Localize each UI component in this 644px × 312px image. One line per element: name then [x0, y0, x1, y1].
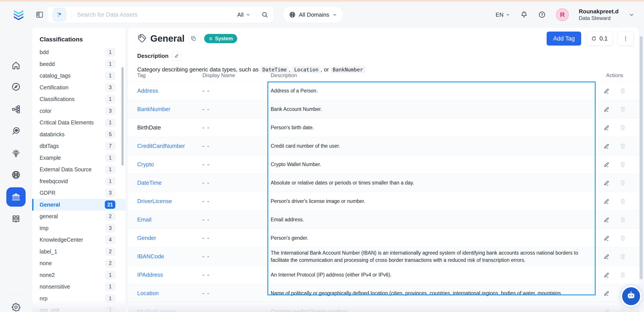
classification-item[interactable]: KnowledgeCenter 4: [32, 234, 126, 246]
search-input[interactable]: [77, 12, 237, 18]
workflow-icon[interactable]: [11, 104, 21, 114]
search-scope-dropdown[interactable]: All: [237, 12, 250, 18]
add-tag-button[interactable]: Add Tag: [546, 32, 582, 46]
pencil-icon[interactable]: [603, 124, 610, 131]
pencil-icon[interactable]: [603, 106, 610, 113]
table-row[interactable]: Gender - - Person's gender.: [128, 229, 639, 247]
classification-item[interactable]: bdd 1: [32, 47, 126, 58]
pencil-icon[interactable]: [172, 51, 181, 61]
magnifier-icon[interactable]: [261, 11, 268, 18]
classification-item[interactable]: beedd 1: [32, 58, 126, 70]
classification-item[interactable]: Certification 3: [32, 82, 126, 94]
tag-link[interactable]: IBANCode: [137, 253, 202, 260]
user-info[interactable]: Rounakpreet.d Data Steward: [579, 8, 618, 22]
panel-toggle-icon[interactable]: [36, 11, 44, 19]
trash-icon[interactable]: [620, 253, 626, 260]
table-row[interactable]: DateTime - - Absolute or relative dates …: [128, 174, 639, 192]
classification-item[interactable]: freebqcovid 1: [32, 176, 126, 187]
ai-sparkle-icon[interactable]: [53, 8, 66, 22]
gear-icon[interactable]: [11, 302, 21, 312]
table-row[interactable]: Email - - Email address.: [128, 210, 639, 229]
search-bar[interactable]: All: [47, 6, 274, 23]
classification-item[interactable]: GDPR 3: [32, 187, 126, 199]
tag-link[interactable]: Address: [137, 87, 202, 94]
pencil-icon[interactable]: [603, 290, 610, 297]
tag-link[interactable]: BirthDate: [137, 124, 202, 131]
classification-item[interactable]: General 21: [32, 199, 126, 211]
classification-item[interactable]: Classifications 1: [32, 93, 126, 105]
tag-link[interactable]: DateTime: [137, 180, 202, 186]
pencil-icon[interactable]: [603, 143, 610, 149]
domains-dropdown[interactable]: All Domains: [282, 6, 344, 23]
table-row[interactable]: DriverLicense - - Person's driver's lice…: [128, 192, 639, 210]
pencil-icon[interactable]: [603, 253, 610, 260]
pencil-icon[interactable]: [603, 198, 610, 205]
table-row[interactable]: BirthDate - - Person's birth date.: [128, 118, 639, 137]
classification-item[interactable]: label_1 2: [32, 246, 126, 258]
trash-icon[interactable]: [620, 198, 626, 205]
pencil-icon[interactable]: [603, 235, 610, 241]
version-button[interactable]: 0.1: [586, 32, 613, 46]
classification-item[interactable]: catalog_tags 1: [32, 70, 126, 82]
help-icon[interactable]: ?: [538, 11, 546, 19]
language-dropdown[interactable]: EN: [496, 12, 510, 18]
tag-link[interactable]: Gender: [137, 235, 202, 241]
pencil-icon[interactable]: [603, 272, 610, 278]
tag-link[interactable]: Location: [137, 290, 202, 297]
trash-icon[interactable]: [620, 124, 626, 131]
tag-link[interactable]: CreditCardNumber: [137, 143, 202, 149]
tag-link[interactable]: Crypto: [137, 161, 202, 168]
tag-link[interactable]: MedicalLicense: [137, 308, 202, 312]
table-row[interactable]: Crypto - - Crypto Wallet Number.: [128, 155, 639, 174]
chevron-down-icon[interactable]: [629, 12, 634, 18]
pencil-icon[interactable]: [603, 180, 610, 186]
classification-item[interactable]: nonsensitive 1: [32, 281, 126, 293]
chatbot-icon[interactable]: [622, 287, 640, 305]
table-row[interactable]: MedicalLicense Common medical license nu…: [128, 302, 639, 312]
pencil-icon[interactable]: [603, 88, 610, 94]
panel-scrollbar[interactable]: [122, 67, 124, 166]
trash-icon[interactable]: [620, 106, 626, 113]
tag-link[interactable]: DriverLicense: [137, 198, 202, 205]
table-row[interactable]: IPAddress - - An Internet Protocol (IP) …: [128, 265, 639, 284]
trash-icon[interactable]: [620, 272, 626, 278]
table-row[interactable]: Location - - Name of politically or geog…: [128, 284, 639, 302]
atlan-layers-logo[interactable]: [12, 8, 25, 22]
classification-item[interactable]: org_unit 1: [32, 304, 126, 312]
pencil-icon[interactable]: [603, 308, 610, 312]
classification-item[interactable]: dbtTags 7: [32, 140, 126, 152]
bank-icon[interactable]: [6, 187, 26, 207]
compass-icon[interactable]: [11, 82, 21, 92]
tag-link[interactable]: BankNumber: [137, 106, 202, 113]
classification-item[interactable]: Critical Data Elements 1: [32, 117, 126, 129]
globe-icon[interactable]: [11, 170, 21, 180]
table-row[interactable]: CreditCardNumber - - Credit card number …: [128, 137, 639, 155]
trash-icon[interactable]: [620, 143, 626, 149]
classification-item[interactable]: none 2: [32, 257, 126, 269]
trash-icon[interactable]: [620, 180, 626, 186]
avatar[interactable]: R: [556, 8, 569, 21]
bell-icon[interactable]: [520, 11, 528, 19]
lightbulb-icon[interactable]: [11, 149, 21, 159]
classification-item[interactable]: general 2: [32, 211, 126, 222]
pencil-icon[interactable]: [603, 161, 610, 168]
book-icon[interactable]: [11, 214, 21, 224]
trash-icon[interactable]: [620, 235, 626, 241]
classification-item[interactable]: databricks 5: [32, 129, 126, 140]
home-icon[interactable]: [11, 61, 21, 71]
trash-icon[interactable]: [620, 88, 626, 94]
classification-item[interactable]: color 3: [32, 105, 126, 117]
page-scrollbar[interactable]: [640, 36, 643, 279]
trash-icon[interactable]: [620, 161, 626, 168]
pencil-icon[interactable]: [603, 216, 610, 223]
kebab-menu-icon[interactable]: [618, 32, 634, 46]
classification-item[interactable]: External Data Source 1: [32, 164, 126, 176]
classification-item[interactable]: Example 1: [32, 152, 126, 164]
classification-item[interactable]: imp 3: [32, 222, 126, 234]
table-row[interactable]: BankNumber - - Bank Account Number.: [128, 100, 639, 118]
classification-item[interactable]: none2 1: [32, 269, 126, 281]
trash-icon[interactable]: [620, 216, 626, 223]
tag-link[interactable]: Email: [137, 216, 202, 223]
search-eye-icon[interactable]: [11, 126, 21, 136]
trash-icon[interactable]: [620, 308, 626, 312]
